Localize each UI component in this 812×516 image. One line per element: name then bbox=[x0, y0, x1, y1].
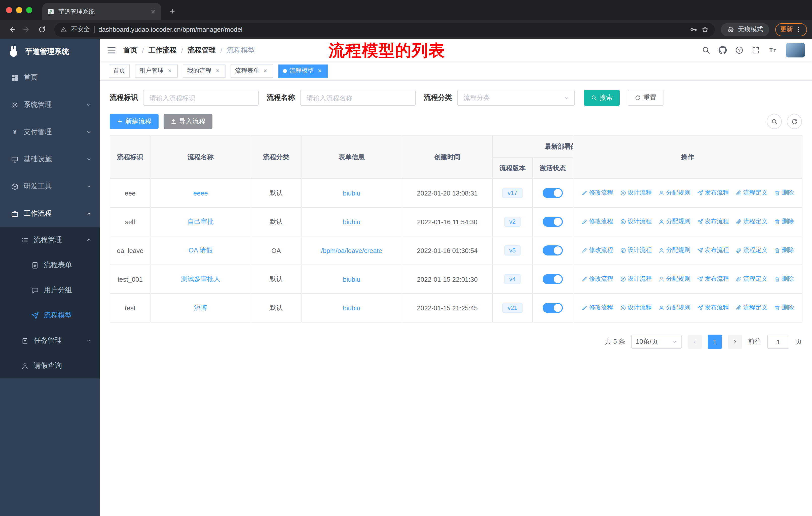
search-button[interactable]: 搜索 bbox=[584, 90, 620, 106]
minimize-window-button[interactable] bbox=[16, 7, 22, 13]
delete-process-link[interactable]: 删除 bbox=[774, 275, 794, 283]
user-avatar[interactable] bbox=[786, 43, 805, 57]
design-process-link[interactable]: 设计流程 bbox=[620, 189, 652, 197]
search-icon[interactable] bbox=[702, 46, 710, 54]
bookmark-star-icon[interactable] bbox=[701, 26, 709, 33]
close-tab-icon[interactable] bbox=[150, 8, 156, 15]
tag-process-form[interactable]: 流程表单 × bbox=[231, 64, 273, 77]
close-icon[interactable]: × bbox=[166, 67, 173, 75]
reload-button[interactable] bbox=[35, 23, 48, 36]
process-form-link[interactable]: biubiu bbox=[343, 275, 360, 283]
process-name-input[interactable] bbox=[300, 90, 416, 106]
forward-button[interactable] bbox=[20, 23, 33, 36]
close-icon[interactable]: × bbox=[214, 67, 221, 75]
app-logo[interactable]: 芋道管理系统 bbox=[0, 39, 100, 64]
hamburger-icon[interactable] bbox=[107, 45, 116, 55]
address-bar[interactable]: 不安全 dashboard.yudao.iocoder.cn/bpm/manag… bbox=[54, 22, 715, 36]
breadcrumb-workflow[interactable]: 工作流程 bbox=[148, 46, 177, 55]
publish-process-link[interactable]: 发布流程 bbox=[697, 189, 729, 197]
process-definition-link[interactable]: 流程定义 bbox=[736, 246, 767, 255]
design-process-link[interactable]: 设计流程 bbox=[620, 304, 652, 312]
page-size-select[interactable]: 10条/页 bbox=[631, 334, 682, 349]
sidebar-item-home[interactable]: 首页 bbox=[0, 64, 100, 91]
process-category-select[interactable]: 流程分类 bbox=[457, 90, 575, 106]
close-window-button[interactable] bbox=[6, 7, 12, 13]
reset-button[interactable]: 重置 bbox=[628, 90, 664, 106]
refresh-table-button[interactable] bbox=[787, 114, 802, 129]
tag-home[interactable]: 首页 bbox=[109, 64, 130, 77]
update-menu-chip[interactable]: 更新 bbox=[775, 23, 807, 36]
password-key-icon[interactable] bbox=[690, 26, 697, 33]
process-name-link[interactable]: 自己审批 bbox=[187, 218, 214, 225]
close-icon[interactable]: × bbox=[262, 67, 269, 75]
import-process-button[interactable]: 导入流程 bbox=[164, 114, 212, 129]
process-form-link[interactable]: /bpm/oa/leave/create bbox=[321, 247, 382, 254]
process-form-link[interactable]: biubiu bbox=[343, 304, 360, 312]
process-definition-link[interactable]: 流程定义 bbox=[736, 304, 767, 312]
close-icon[interactable]: × bbox=[316, 67, 323, 75]
help-icon[interactable] bbox=[735, 46, 744, 54]
create-process-button[interactable]: 新建流程 bbox=[110, 114, 158, 129]
sidebar-item-process-model[interactable]: 流程模型 bbox=[0, 303, 100, 328]
publish-process-link[interactable]: 发布流程 bbox=[697, 304, 729, 312]
process-name-link[interactable]: eeee bbox=[193, 189, 208, 197]
sidebar-item-infrastructure[interactable]: 基础设施 bbox=[0, 146, 100, 173]
tag-my-process[interactable]: 我的流程 × bbox=[183, 64, 226, 77]
sidebar-item-payment-management[interactable]: 支付管理 bbox=[0, 118, 100, 146]
prev-page-button[interactable] bbox=[688, 334, 702, 349]
modify-process-link[interactable]: 修改流程 bbox=[581, 217, 613, 226]
process-definition-link[interactable]: 流程定义 bbox=[736, 217, 767, 226]
process-name-link[interactable]: 滔博 bbox=[194, 304, 207, 311]
sidebar-item-leave-query[interactable]: 请假查询 bbox=[0, 353, 100, 378]
back-button[interactable] bbox=[5, 23, 18, 36]
sidebar-item-task-management[interactable]: 任务管理 bbox=[0, 328, 100, 353]
design-process-link[interactable]: 设计流程 bbox=[620, 217, 652, 226]
active-status-toggle[interactable] bbox=[543, 274, 563, 284]
tag-tenant-management[interactable]: 租户管理 × bbox=[135, 64, 178, 77]
modify-process-link[interactable]: 修改流程 bbox=[581, 304, 613, 312]
process-definition-link[interactable]: 流程定义 bbox=[736, 189, 767, 197]
design-process-link[interactable]: 设计流程 bbox=[620, 275, 652, 283]
zoom-window-button[interactable] bbox=[26, 7, 32, 13]
process-name-link[interactable]: OA 请假 bbox=[188, 246, 212, 254]
active-status-toggle[interactable] bbox=[543, 245, 563, 255]
assign-rule-link[interactable]: 分配规则 bbox=[659, 304, 690, 312]
process-name-link[interactable]: 测试多审批人 bbox=[181, 275, 220, 283]
github-icon[interactable] bbox=[718, 46, 727, 54]
fullscreen-icon[interactable] bbox=[752, 46, 760, 54]
delete-process-link[interactable]: 删除 bbox=[774, 246, 794, 255]
breadcrumb-process-management[interactable]: 流程管理 bbox=[188, 46, 216, 55]
assign-rule-link[interactable]: 分配规则 bbox=[659, 217, 690, 226]
active-status-toggle[interactable] bbox=[543, 217, 563, 227]
sidebar-item-user-group[interactable]: 用户分组 bbox=[0, 278, 100, 303]
process-form-link[interactable]: biubiu bbox=[343, 218, 360, 225]
active-status-toggle[interactable] bbox=[543, 188, 563, 198]
modify-process-link[interactable]: 修改流程 bbox=[581, 189, 613, 197]
tag-process-model[interactable]: 流程模型 × bbox=[279, 64, 328, 77]
process-key-input[interactable] bbox=[143, 90, 259, 106]
sidebar-item-process-form[interactable]: 流程表单 bbox=[0, 252, 100, 278]
breadcrumb-home[interactable]: 首页 bbox=[123, 46, 138, 55]
active-status-toggle[interactable] bbox=[543, 303, 563, 313]
browser-tab[interactable]: 芋道管理系统 bbox=[42, 3, 161, 20]
goto-page-input[interactable] bbox=[767, 334, 789, 349]
modify-process-link[interactable]: 修改流程 bbox=[581, 275, 613, 283]
assign-rule-link[interactable]: 分配规则 bbox=[659, 189, 690, 197]
design-process-link[interactable]: 设计流程 bbox=[620, 246, 652, 255]
assign-rule-link[interactable]: 分配规则 bbox=[659, 246, 690, 255]
assign-rule-link[interactable]: 分配规则 bbox=[659, 275, 690, 283]
show-search-button[interactable] bbox=[767, 114, 782, 129]
delete-process-link[interactable]: 删除 bbox=[774, 217, 794, 226]
publish-process-link[interactable]: 发布流程 bbox=[697, 275, 729, 283]
next-page-button[interactable] bbox=[728, 334, 742, 349]
publish-process-link[interactable]: 发布流程 bbox=[697, 217, 729, 226]
publish-process-link[interactable]: 发布流程 bbox=[697, 246, 729, 255]
modify-process-link[interactable]: 修改流程 bbox=[581, 246, 613, 255]
new-tab-button[interactable] bbox=[165, 4, 179, 18]
sidebar-item-dev-tools[interactable]: 研发工具 bbox=[0, 173, 100, 200]
page-number-1[interactable]: 1 bbox=[708, 334, 722, 349]
sidebar-item-system-management[interactable]: 系统管理 bbox=[0, 91, 100, 118]
font-size-icon[interactable] bbox=[768, 46, 777, 54]
sidebar-item-process-management[interactable]: 流程管理 bbox=[0, 227, 100, 252]
process-form-link[interactable]: biubiu bbox=[343, 189, 360, 197]
